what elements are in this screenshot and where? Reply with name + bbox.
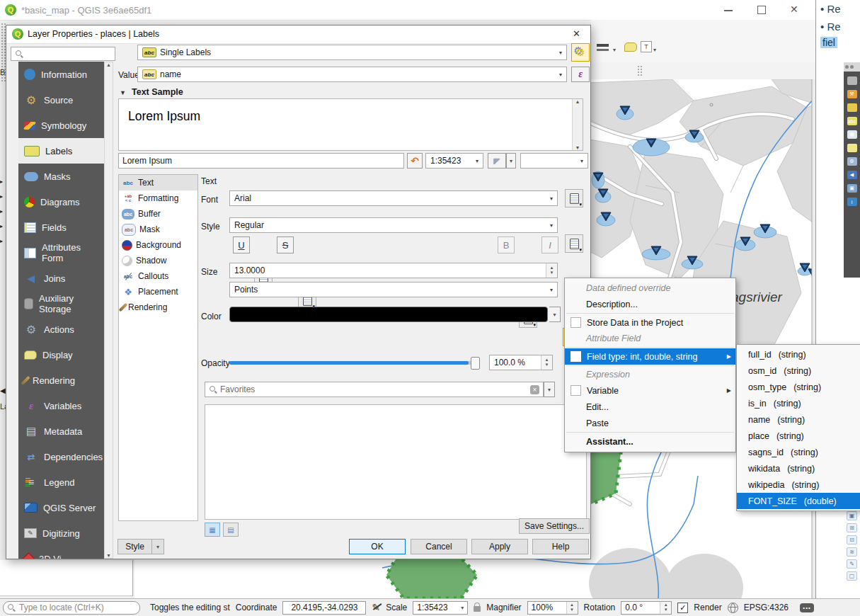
label-toolbar-icon[interactable]	[597, 44, 609, 52]
sidebar-item-diagrams[interactable]: Diagrams	[18, 189, 104, 215]
preview-scrollbar[interactable]: ▲▼	[572, 99, 583, 150]
sidebar-item-fields[interactable]: Fields	[18, 215, 104, 240]
sidebar-item-joins[interactable]: Joins	[18, 266, 104, 291]
apply-button[interactable]: Apply	[471, 539, 528, 554]
scroll-up-icon[interactable]: ▲	[575, 99, 580, 104]
field-option-place[interactable]: place(string)	[737, 428, 860, 444]
style-menu-dropdown[interactable]: ▾	[151, 539, 164, 554]
sidebar-item-symbology[interactable]: Symbology	[18, 113, 104, 138]
text-annotation-dropdown-icon[interactable]: ▾	[653, 47, 656, 53]
layer-expand-icon[interactable]: ▸	[0, 178, 3, 185]
save-settings-button[interactable]: Save Settings...	[519, 518, 590, 534]
expression-builder-button[interactable]: ε	[571, 67, 590, 82]
render-checkbox[interactable]: ✓	[677, 603, 688, 613]
menu-item-variable[interactable]: Variable▶	[565, 382, 735, 399]
messages-bubble-icon[interactable]: •••	[800, 603, 814, 612]
field-option-full-id[interactable]: full_id(string)	[737, 346, 860, 363]
underline-button[interactable]: U	[233, 236, 250, 253]
sidebar-item-information[interactable]: Information	[18, 62, 104, 87]
strikethrough-button[interactable]: S	[277, 236, 294, 253]
spinner-arrows-icon[interactable]: ▲▼	[660, 602, 671, 614]
dialog-close-icon[interactable]: ✕	[573, 28, 580, 39]
opacity-slider[interactable]	[229, 357, 478, 368]
menu-item-description[interactable]: Description...	[565, 296, 735, 312]
list-view-button[interactable]: ▤	[223, 523, 239, 537]
font-data-defined-button[interactable]: ▾	[565, 189, 583, 207]
sidebar-item-legend[interactable]: Legend	[18, 469, 104, 495]
style-select[interactable]: Regular ▾	[229, 217, 558, 233]
sidebar-item-actions[interactable]: Actions	[18, 316, 104, 342]
scroll-down-icon[interactable]: ▼	[106, 553, 111, 558]
menu-item-paste[interactable]: Paste	[565, 415, 735, 431]
tab-rendering[interactable]: Rendering	[119, 300, 197, 315]
layer-expand-icon[interactable]: ▸	[0, 238, 3, 244]
menu-item-assistant[interactable]: Assistant...	[565, 433, 735, 450]
bold-button[interactable]: B	[498, 236, 515, 253]
field-option-font-size[interactable]: FONT_SIZE(double)	[737, 493, 860, 509]
close-window-button[interactable]: ✕	[790, 4, 798, 15]
preview-scale-select[interactable]: 1:35423 ▾	[425, 153, 483, 169]
sidebar-item-labels[interactable]: Labels	[18, 138, 104, 164]
clear-icon[interactable]: ×	[530, 385, 539, 394]
field-option-name[interactable]: name(string)	[737, 411, 860, 428]
tab-buffer[interactable]: Buffer	[119, 206, 197, 222]
properties-search-input[interactable]	[11, 47, 115, 61]
spinner-arrows-icon[interactable]: ▲▼	[546, 263, 557, 278]
cancel-button[interactable]: Cancel	[411, 539, 467, 554]
field-option-wikidata[interactable]: wikidata(string)	[737, 460, 860, 477]
toolbar-drag-handle[interactable]	[637, 65, 643, 76]
label-mode-select[interactable]: abc Single Labels ▾	[137, 45, 567, 60]
label-toolbar-dropdown-icon[interactable]: ▾	[613, 47, 616, 53]
tab-mask[interactable]: Mask	[119, 222, 197, 237]
help-button[interactable]: Help	[532, 539, 589, 554]
sidebar-item-qgis-server[interactable]: QGIS Server	[18, 495, 104, 520]
scroll-up-icon[interactable]: ▲	[106, 62, 111, 67]
field-option-is-in[interactable]: is_in(string)	[737, 395, 860, 411]
icon-view-button[interactable]: ▦	[205, 523, 220, 537]
favorites-search-input[interactable]: Favorites ×	[205, 382, 544, 397]
style-data-defined-button[interactable]: ▾	[565, 234, 583, 253]
automated-placement-button[interactable]: ⚙	[571, 43, 590, 62]
value-field-select[interactable]: abc name ▾	[137, 67, 567, 82]
font-select[interactable]: Arial ▾	[229, 190, 558, 206]
sidebar-item-digitizing[interactable]: Digitizing	[18, 520, 104, 546]
spinner-arrows-icon[interactable]: ▲▼	[566, 602, 578, 614]
color-dropdown-button[interactable]: ▾	[549, 307, 561, 322]
text-annotation-icon[interactable]: T	[641, 41, 652, 52]
scale-options-dropdown[interactable]: ▾	[506, 153, 516, 169]
sidebar-item-auxiliary-storage[interactable]: Auxiliary Storage	[18, 291, 104, 316]
layer-expand-icon[interactable]: ▸	[0, 223, 3, 229]
spinner-arrows-icon[interactable]: ▲▼	[541, 355, 552, 370]
menu-item-edit[interactable]: Edit...	[565, 399, 735, 415]
magnifier-spinner[interactable]: 100% ▲▼	[527, 601, 578, 615]
map-tips-icon[interactable]	[624, 42, 637, 52]
size-spinner[interactable]: 13.0000 ▲▼	[229, 263, 558, 278]
tab-formatting[interactable]: Formatting	[119, 190, 197, 206]
size-unit-select[interactable]: Points ▾	[229, 282, 558, 297]
field-option-sagns-id[interactable]: sagns_id(string)	[737, 444, 860, 460]
field-option-wikipedia[interactable]: wikipedia(string)	[737, 477, 860, 493]
sidebar-item-dependencies[interactable]: Dependencies	[18, 444, 104, 469]
editing-pen-icon[interactable]: ✎	[372, 602, 380, 613]
sidebar-item-masks[interactable]: Masks	[18, 164, 104, 189]
tab-background[interactable]: Background	[119, 237, 197, 253]
menu-item-field-type-int-double-string[interactable]: Field type: int, double, string▶	[565, 348, 735, 365]
sidebar-item-rendering[interactable]: Rendering	[18, 367, 104, 393]
panel-collapse-icon[interactable]: ◀	[0, 387, 6, 394]
ok-button[interactable]: OK	[349, 539, 406, 554]
color-swatch[interactable]	[229, 307, 548, 322]
collapse-arrow-icon[interactable]: ▼	[120, 89, 126, 96]
maximize-button[interactable]	[757, 6, 766, 14]
tab-shadow[interactable]: Shadow	[119, 253, 197, 268]
background-color-select[interactable]: ▾	[520, 153, 588, 169]
sample-text-input[interactable]: Lorem Ipsum	[118, 153, 404, 169]
sidebar-scrollbar[interactable]: ▲▼	[104, 62, 113, 559]
coordinate-input[interactable]: 20.4195,-34.0293	[282, 601, 366, 615]
tab-placement[interactable]: Placement	[119, 284, 197, 300]
style-preview-area[interactable]	[205, 404, 587, 520]
menu-item-store-data-in-the-project[interactable]: Store Data in the Project	[565, 314, 735, 331]
tab-callouts[interactable]: Callouts	[119, 268, 197, 284]
crs-globe-icon[interactable]	[728, 603, 738, 613]
sidebar-item-3d-vi[interactable]: 3D Vi	[18, 546, 104, 559]
layer-expand-icon[interactable]: ▸	[0, 193, 3, 200]
